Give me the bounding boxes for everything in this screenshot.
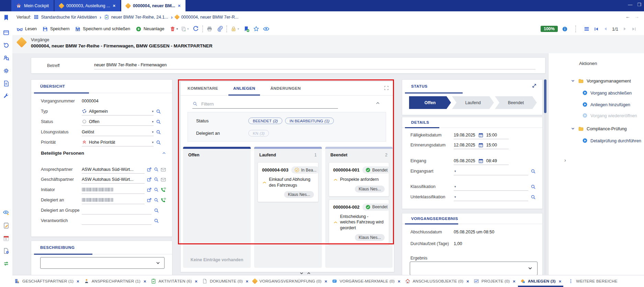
due-date-field[interactable]: 19.08.2025 15:00 <box>454 131 509 139</box>
status-step-laufend[interactable]: Laufend <box>452 96 494 109</box>
history-back-icon[interactable]: ← <box>625 14 630 19</box>
search-icon[interactable] <box>156 140 161 145</box>
bottom-tab-anliegen[interactable]: ? ANLIEGEN (3) × <box>520 275 562 287</box>
filter-input[interactable]: Filtern <box>192 99 338 109</box>
search-icon[interactable] <box>156 109 161 114</box>
tab-aenderungen[interactable]: ÄNDERUNGEN <box>270 81 301 95</box>
kanban-card-0000004-003[interactable]: 0000004-003 In Bea... Einkauf und Abholu… <box>258 162 318 202</box>
watch-star-icon[interactable] <box>3 209 10 216</box>
save-button[interactable]: Speichern <box>42 26 69 32</box>
first-page-icon[interactable] <box>594 26 599 32</box>
verantwortlich-field[interactable] <box>82 217 151 225</box>
breadcrumb-item-search[interactable]: Standardsuche für Aktivitäten <box>41 15 97 20</box>
dropdown-caret-icon[interactable]: ▾ <box>152 130 154 134</box>
bottom-tab-vorgangsverknuepfung[interactable]: VORGANGSVERKNÜPFUNG (0) × <box>253 275 327 287</box>
tools-icon[interactable] <box>3 93 10 100</box>
close-icon[interactable]: × <box>466 279 469 284</box>
dropdown-caret-icon[interactable]: ▾ <box>454 185 456 188</box>
unterklassifikation-select[interactable]: ▾ <box>454 193 528 201</box>
dropdown-caret-icon[interactable]: ▾ <box>454 195 456 199</box>
sync-icon[interactable] <box>3 260 10 267</box>
search-icon[interactable] <box>154 218 159 224</box>
search-icon[interactable] <box>530 184 536 190</box>
delegiert-an-field[interactable] <box>82 196 145 204</box>
calendar-red-icon[interactable] <box>3 235 10 242</box>
subject-field[interactable]: neuer BMW 7er-Reihe - Firmenwagen <box>94 60 535 69</box>
print-icon[interactable] <box>206 26 213 32</box>
tab-uebersicht[interactable]: ÜBERSICHT <box>40 84 65 88</box>
window-icon[interactable] <box>3 29 10 36</box>
close-icon[interactable]: × <box>513 279 516 284</box>
ergebnis-dropdown[interactable] <box>410 262 538 275</box>
prioritaet-select[interactable]: Hohe Priorität ▾ <box>82 139 154 146</box>
close-icon[interactable]: × <box>113 3 115 8</box>
delete-icon[interactable] <box>170 26 176 32</box>
search-icon[interactable] <box>530 194 536 200</box>
collapse-actions-icon[interactable]: › <box>564 157 566 163</box>
close-icon[interactable]: × <box>325 279 327 284</box>
bottom-tab-geschaeftspartner[interactable]: GESCHÄFTSPARTNER (1) × <box>14 275 79 287</box>
dropdown-caret-icon[interactable]: ▾ <box>152 141 154 144</box>
close-icon[interactable]: × <box>178 3 181 8</box>
search-icon[interactable] <box>154 167 159 172</box>
status-step-beendet[interactable]: Beendet <box>495 96 537 109</box>
doc-settings-icon[interactable] <box>3 247 10 254</box>
search-icon[interactable] <box>530 168 536 174</box>
eye-icon[interactable] <box>263 25 270 32</box>
phone-icon[interactable] <box>160 187 166 193</box>
bottom-tab-weitere-bereiche[interactable]: WEITERE BEREICHE <box>568 275 618 287</box>
close-icon[interactable]: × <box>246 279 249 284</box>
breadcrumb-item-activity[interactable]: neuer BMW 7er-Reihe, 24.1... <box>111 15 168 20</box>
action-anliegen-hinzufuegen[interactable]: Anliegen hinzufügen <box>582 101 630 108</box>
calendar-icon[interactable] <box>478 132 484 138</box>
collapse-section-icon[interactable] <box>161 151 167 156</box>
open-record-icon[interactable] <box>147 177 152 182</box>
open-record-icon[interactable] <box>147 197 152 203</box>
loesungsstatus-select[interactable]: Gelöst ▾ <box>82 128 154 136</box>
search-icon[interactable] <box>154 187 159 192</box>
phone-icon[interactable] <box>160 197 166 203</box>
new-record-button[interactable]: Neuanlage <box>136 26 164 32</box>
open-record-icon[interactable] <box>147 187 152 192</box>
tab-anliegen[interactable]: ANLIEGEN <box>233 81 255 95</box>
chevron-up-icon[interactable] <box>307 271 311 275</box>
last-page-icon[interactable] <box>631 26 636 32</box>
tab-beschreibung[interactable]: BESCHREIBUNG <box>40 245 75 250</box>
delegiert-an-gruppe-field[interactable] <box>82 207 151 214</box>
read-button[interactable]: Lesen <box>16 26 37 32</box>
tab-vorgang-0000004[interactable]: 0000004, neuer BM... × <box>121 0 185 11</box>
search-icon[interactable] <box>154 197 159 203</box>
delete-caret-icon[interactable]: ▾ <box>176 27 178 31</box>
copy-caret-icon[interactable]: ▾ <box>187 27 189 31</box>
breadcrumb-item-case[interactable]: 0000004, neuer BMW 7er-R... <box>181 15 238 20</box>
maximize-icon[interactable]: ❒ <box>637 2 641 7</box>
next-page-icon[interactable] <box>622 26 627 31</box>
close-icon[interactable]: × <box>398 279 400 284</box>
open-record-icon[interactable] <box>147 167 152 172</box>
tab-kommentare[interactable]: KOMMENTARE <box>188 81 218 95</box>
reminder-date-field[interactable]: 12.08.2025 15:00 <box>454 141 509 149</box>
search-icon[interactable] <box>156 119 161 125</box>
action-group-compliance[interactable]: Compliance-Prüfung <box>570 125 627 132</box>
dropdown-caret-icon[interactable]: ▾ <box>152 110 154 113</box>
eingangsart-select[interactable]: ▾ <box>454 167 528 175</box>
tab-vorgang-0000003[interactable]: 0000003, Austellung ... × <box>55 0 120 11</box>
search-icon[interactable] <box>156 129 161 135</box>
ansprechpartner-field[interactable]: ASW Autohaus Süd-Würt... <box>82 166 145 174</box>
action-vorgang-abschliessen[interactable]: Vorgang abschließen <box>582 89 632 96</box>
bottom-tab-vorgaenge-merkmale[interactable]: VORGÄNGE-MERKMALE (0) × <box>332 275 400 287</box>
menu-icon[interactable] <box>584 26 590 32</box>
info-icon[interactable] <box>562 26 568 32</box>
save-close-button[interactable]: Speichern und schließen <box>75 26 130 32</box>
search-icon[interactable] <box>154 177 159 182</box>
lock-icon[interactable] <box>230 26 237 32</box>
klassifikation-select[interactable]: ▾ <box>454 183 528 191</box>
collapse-filter-icon[interactable] <box>375 100 381 106</box>
tab-mein-cockpit[interactable]: Mein Cockpit <box>11 0 54 11</box>
status-step-offen[interactable]: Offen <box>409 96 451 109</box>
initiator-field[interactable] <box>82 186 145 194</box>
chevron-down-icon[interactable] <box>570 78 575 83</box>
status-select[interactable]: Offen ▾ <box>82 118 154 126</box>
attachment-icon[interactable] <box>217 26 223 32</box>
mail-icon[interactable] <box>160 177 166 183</box>
